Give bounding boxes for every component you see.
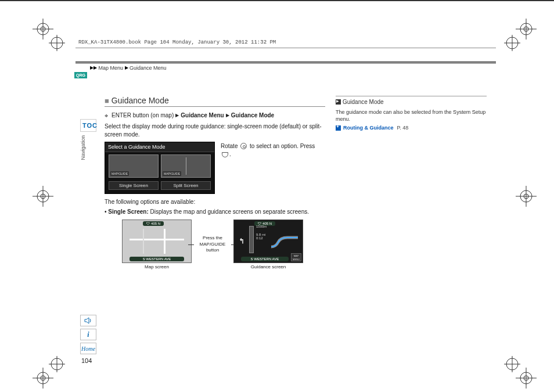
- registration-mark: [518, 370, 534, 386]
- thumb-tag: MAP/GUIDE: [163, 171, 181, 176]
- rotate-rest: to select an option. Press: [250, 143, 315, 149]
- sidebar-heading: Guidance Mode: [336, 99, 487, 105]
- single-screen-button: Single Screen: [109, 181, 159, 190]
- path-mode: Guidance Mode: [231, 112, 274, 118]
- map-menu-button: MAP MENU: [291, 253, 301, 261]
- intro-text: Select the display mode during route gui…: [105, 123, 325, 138]
- navigation-path: ENTER button (on map) ▶ Guidance Menu ▶ …: [105, 112, 325, 119]
- road-sign-bottom: S WESTERN AVE: [241, 257, 289, 261]
- left-tab-column: TOC Navigation: [80, 119, 96, 161]
- section-heading: ■ Guidance Mode: [105, 96, 325, 107]
- path-enter: ENTER button (on map): [111, 112, 174, 118]
- crop-border: [0, 1, 554, 1]
- rotate-word: Rotate: [221, 143, 238, 149]
- screenshot-title: Select a Guidance Mode: [105, 142, 214, 152]
- registration-mark: [504, 356, 520, 372]
- option-name: Single Screen:: [108, 208, 148, 215]
- guidance-caption: Guidance screen: [251, 264, 286, 269]
- map-screen-screenshot: 🛡 405 N S WESTERN AVE: [122, 220, 192, 263]
- registration-mark: [518, 188, 534, 204]
- xref-label: Routing & Guidance: [343, 125, 394, 131]
- xref-page: P. 48: [397, 125, 409, 131]
- qrg-badge: QRG: [74, 72, 87, 78]
- split-screen-thumb: MAP/GUIDE: [161, 154, 211, 178]
- registration-mark: [504, 35, 520, 51]
- section-title: Guidance Mode: [111, 96, 169, 105]
- single-screen-thumb: MAP/GUIDE: [109, 154, 159, 178]
- cross-reference-link[interactable]: Routing & Guidance P. 48: [336, 125, 487, 131]
- enter-icon: [105, 112, 110, 119]
- sidebar-note: Guidance Mode The guidance mode can also…: [336, 96, 487, 131]
- registration-mark: [518, 21, 534, 37]
- xref-icon: [336, 125, 341, 131]
- file-header: RDX_KA-31TX4800.book Page 104 Monday, Ja…: [78, 39, 276, 45]
- navigation-tab[interactable]: Navigation: [80, 134, 86, 161]
- triangle-icon: ▶▶: [90, 65, 97, 70]
- note-icon: [336, 99, 341, 105]
- sidebar-title: Guidance Mode: [343, 99, 384, 105]
- bottom-icon-column: i Home: [80, 315, 96, 354]
- home-icon[interactable]: Home: [80, 343, 96, 354]
- thumb-tag: MAP/GUIDE: [110, 171, 129, 176]
- toc-tab[interactable]: TOC: [80, 119, 96, 132]
- options-label: The following options are available:: [105, 199, 325, 205]
- distance-readout: 1500m 9.8 mi 0:12: [256, 225, 267, 240]
- option-single-screen: Single Screen: Displays the map and guid…: [105, 208, 325, 215]
- route-graphic: [270, 235, 299, 250]
- breadcrumb: ▶▶ Map Menu ▶ Guidance Menu: [90, 65, 167, 71]
- screen-flow: 🛡 405 N S WESTERN AVE Map screen Press t…: [122, 220, 325, 269]
- turn-arrow-icon: [239, 236, 247, 244]
- page-number: 104: [81, 357, 92, 364]
- divider: [75, 62, 496, 63]
- registration-mark: [49, 356, 65, 372]
- distance-bar: [249, 226, 254, 253]
- guidance-mode-screenshot: Select a Guidance Mode MAP/GUIDE MAP/GUI…: [105, 142, 215, 194]
- main-content: ■ Guidance Mode ENTER button (on map) ▶ …: [105, 96, 325, 269]
- square-bullet-icon: ■: [105, 96, 109, 105]
- registration-mark: [35, 370, 51, 386]
- breadcrumb-a: Map Menu: [99, 65, 124, 71]
- divider: [75, 48, 496, 48]
- flow-instruction: Press the MAP/GUIDE button: [195, 235, 230, 253]
- triangle-icon: ▶: [125, 65, 128, 70]
- registration-mark: [49, 35, 65, 51]
- road-sign-bottom: S WESTERN AVE: [129, 257, 184, 261]
- map-caption: Map screen: [145, 264, 169, 269]
- voice-icon[interactable]: [80, 315, 96, 326]
- breadcrumb-b: Guidance Menu: [129, 65, 167, 71]
- triangle-icon: ▶: [226, 113, 229, 118]
- path-menu: Guidance Menu: [181, 112, 224, 118]
- registration-mark: [35, 188, 51, 204]
- press-icon: [222, 152, 228, 157]
- divider: [336, 96, 487, 96]
- info-icon[interactable]: i: [80, 329, 96, 340]
- split-screen-button: Split Screen: [161, 181, 211, 190]
- dial-icon: [240, 143, 247, 149]
- road-sign-top: 🛡 405 N: [143, 221, 164, 226]
- guidance-screen-screenshot: 🛡 405 N 1500m 9.8 mi 0:12 S WESTERN AVE …: [233, 220, 303, 263]
- sidebar-body: The guidance mode can also be selected f…: [336, 109, 487, 123]
- option-desc: Displays the map and guidance screens on…: [149, 208, 309, 215]
- instruction-text: Rotate to select an option. Press .: [221, 142, 325, 158]
- triangle-icon: ▶: [175, 113, 179, 118]
